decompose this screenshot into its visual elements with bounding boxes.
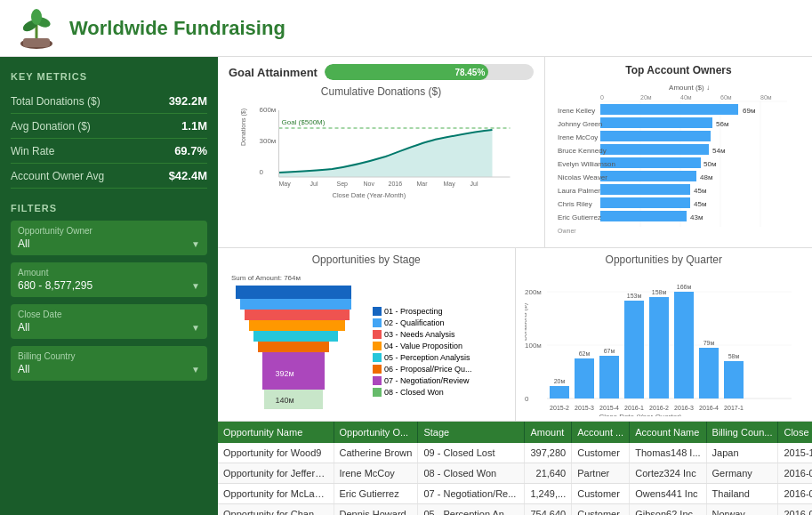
svg-rect-66 [253, 331, 338, 342]
svg-text:50м: 50м [703, 160, 716, 168]
svg-rect-94 [674, 292, 694, 398]
legend-item-02: 02 - Qualification [373, 318, 472, 327]
cell-owner: Catherine Brown [334, 443, 418, 463]
cell-stage: 05 - Perception Anal... [418, 504, 525, 516]
svg-text:56м: 56м [716, 120, 728, 128]
top-charts-row: Goal Attainment 78.45% Cumulative Donati… [218, 57, 812, 248]
svg-text:0: 0 [525, 395, 529, 403]
cell-opportunity-name: Opportunity for Chandler133 [218, 504, 334, 516]
svg-text:166м: 166м [676, 284, 691, 290]
table-row: Opportunity for Wood9 Catherine Brown 09… [218, 443, 812, 463]
col-billing: Billing Coun... [706, 422, 778, 443]
svg-text:0: 0 [600, 94, 604, 101]
cell-owner: Irene McCoy [334, 463, 418, 484]
svg-rect-65 [249, 320, 345, 331]
svg-rect-48 [600, 171, 696, 181]
filter-amount[interactable]: Amount 680 - 8,577,295 ▼ [11, 262, 207, 297]
svg-text:140м: 140м [275, 396, 293, 405]
metric-win-rate: Win Rate 69.7% [11, 139, 207, 164]
svg-text:2016: 2016 [389, 181, 403, 187]
svg-rect-88 [624, 301, 644, 398]
svg-rect-63 [240, 299, 351, 310]
svg-text:Jul: Jul [470, 181, 478, 187]
svg-text:67м: 67м [603, 348, 615, 354]
svg-text:153м: 153м [626, 293, 641, 299]
svg-text:Nicolas Weaver: Nicolas Weaver [558, 173, 607, 181]
col-close-date: Close Date [778, 422, 812, 443]
svg-text:Close Date (Year-Month): Close Date (Year-Month) [333, 191, 406, 199]
legend-item-07: 07 - Negotiation/Review [373, 376, 472, 385]
svg-text:100м: 100м [525, 342, 542, 350]
cell-amount: 397,280 [525, 443, 572, 463]
svg-rect-54 [600, 197, 690, 208]
data-table-container: Opportunity Name Opportunity O... Stage … [218, 422, 812, 515]
page-title: Worldwide Fundraising [69, 17, 285, 40]
cell-opportunity-name: Opportunity for Wood9 [218, 443, 334, 463]
cell-amount: 1,249,... [525, 484, 572, 504]
cell-account-type: Customer [572, 443, 630, 463]
legend-item-01: 01 - Prospecting [373, 307, 472, 316]
svg-point-5 [31, 9, 42, 25]
middle-charts-row: Opportunities by Stage Sum of Amount: 76… [218, 248, 812, 422]
svg-rect-40 [600, 131, 711, 141]
svg-text:Evelyn Williamson: Evelyn Williamson [558, 160, 615, 168]
goal-attainment-row: Goal Attainment 78.45% [229, 64, 534, 80]
svg-rect-37 [600, 117, 712, 128]
metric-avg-donation: Avg Donation ($) 1.1M [11, 114, 207, 139]
cumulative-svg-chart: 600м 300м 0 Donations ($) Goal ($500M) M… [229, 101, 534, 221]
legend-item-05: 05 - Perception Analysis [373, 353, 472, 362]
stage-chart-panel: Opportunities by Stage Sum of Amount: 76… [218, 248, 516, 421]
svg-text:2015-3: 2015-3 [575, 405, 594, 411]
svg-rect-91 [649, 297, 669, 398]
cumulative-chart-panel: Goal Attainment 78.45% Cumulative Donati… [218, 57, 545, 247]
svg-text:Donations ($): Donations ($) [525, 303, 528, 341]
svg-text:600м: 600м [260, 106, 277, 114]
cell-amount: 21,640 [525, 463, 572, 484]
svg-text:2016-4: 2016-4 [699, 405, 719, 411]
svg-text:May: May [444, 181, 456, 188]
svg-text:Mar: Mar [417, 181, 429, 187]
cell-stage: 09 - Closed Lost [418, 443, 525, 463]
cell-stage: 07 - Negotiation/Re... [418, 484, 525, 504]
svg-rect-57 [600, 211, 687, 221]
stage-svg: Sum of Amount: 764м 392м [227, 270, 369, 416]
cell-account-type: Customer [572, 504, 630, 516]
svg-text:40м: 40м [680, 94, 692, 101]
quarter-chart-title: Opportunities by Quarter [525, 253, 804, 266]
top-owners-title: Top Account Owners [556, 64, 801, 76]
svg-text:2016-2: 2016-2 [649, 405, 669, 411]
cell-close-date: 2016-09-22 [778, 484, 812, 504]
legend-item-04: 04 - Value Proposition [373, 342, 472, 350]
goal-title: Goal Attainment [229, 66, 318, 79]
cell-close-date: 2015-11-23 [778, 443, 812, 463]
filter-opportunity-owner[interactable]: Opportunity Owner All ▼ [11, 221, 207, 255]
goal-bar: 78.45% [325, 64, 534, 80]
filter-billing-country[interactable]: Billing Country All ▼ [11, 346, 207, 381]
svg-rect-79 [550, 386, 569, 398]
col-opportunity-name: Opportunity Name [218, 422, 334, 443]
svg-text:43м: 43м [690, 213, 703, 221]
cell-account-name: Owens441 Inc [630, 484, 706, 504]
svg-text:Sep: Sep [337, 181, 349, 188]
svg-rect-64 [245, 310, 350, 320]
svg-text:62м: 62м [578, 350, 590, 357]
metric-total-donations: Total Donations ($) 392.2M [11, 89, 207, 114]
cell-close-date: 2016-03-26 [778, 463, 812, 484]
filter-close-date[interactable]: Close Date All ▼ [11, 304, 207, 339]
cell-account-name: Thomas148 I... [630, 443, 706, 463]
table-row: Opportunity for Chandler133 Dennis Howar… [218, 504, 812, 516]
svg-text:Nov: Nov [364, 181, 375, 187]
svg-text:Amount ($) ↓: Amount ($) ↓ [669, 84, 710, 92]
main-layout: KEY METRICS Total Donations ($) 392.2M A… [0, 57, 812, 515]
svg-rect-97 [699, 348, 719, 398]
stage-chart-title: Opportunities by Stage [227, 253, 506, 266]
svg-text:May: May [279, 181, 292, 188]
svg-text:Owner: Owner [558, 228, 576, 234]
cell-stage: 08 - Closed Won [418, 463, 525, 484]
svg-text:60м: 60м [720, 94, 732, 101]
svg-text:2015-2: 2015-2 [550, 405, 569, 411]
opportunities-table: Opportunity Name Opportunity O... Stage … [218, 422, 812, 515]
cell-account-name: Gibson62 Inc [630, 504, 706, 516]
metric-account-owner-avg: Account Owner Avg $42.4M [11, 164, 207, 189]
svg-rect-42 [600, 144, 709, 155]
